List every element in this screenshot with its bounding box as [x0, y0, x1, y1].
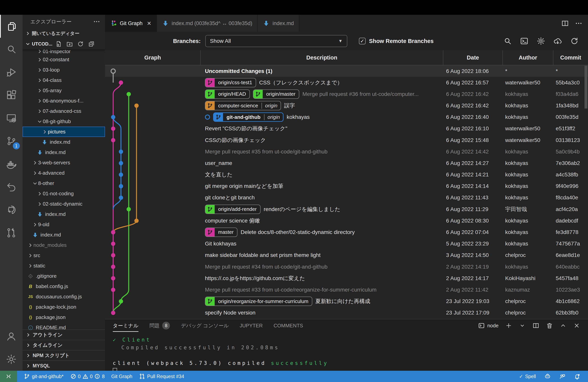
open-editors-section[interactable]: 開いているエディター [22, 28, 105, 39]
commit-row-17[interactable]: make sidebar foldable and set prism them… [105, 250, 588, 261]
split-editor-icon[interactable] [561, 20, 569, 27]
tree-item-05-array[interactable]: 05-array [22, 85, 105, 96]
commit-row-14[interactable]: computer science 俯瞰6 Aug 2022 08:30kokha… [105, 215, 588, 226]
activity-bar-item-source-control[interactable]: 1 [0, 129, 22, 152]
tree-item-01-inspector[interactable]: 01-inspector [22, 49, 105, 54]
activity-bar-item-undo[interactable] [0, 175, 22, 198]
close-icon[interactable]: ✕ [147, 20, 151, 27]
sidebar-panel-タイムライン[interactable]: タイムライン [22, 340, 105, 350]
commit-row-11[interactable]: git merge origin mainなどを加筆6 Aug 2022 14:… [105, 180, 588, 192]
more-actions-icon[interactable] [93, 18, 100, 25]
commit-row-12[interactable]: git cloneとgit branch6 Aug 2022 11:43kokh… [105, 192, 588, 203]
tree-item-index-md[interactable]: index.md [22, 230, 105, 240]
tree-item-3-web-servers[interactable]: 3-web-servers [22, 158, 105, 168]
commit-row-21[interactable]: origin/reorganize-for-summer-curriculum夏… [105, 296, 588, 307]
tree-item-08-git-github[interactable]: 08-git-github [22, 116, 105, 127]
spell-status-item[interactable]: ✓ Spell [519, 374, 536, 379]
cloud-download-icon[interactable] [553, 37, 562, 45]
collapse-all-icon[interactable] [88, 41, 95, 47]
scrollbar-thumb[interactable] [585, 66, 588, 108]
branch-badge[interactable]: git-and-githuborigin [213, 112, 284, 122]
notifications-status-item[interactable] [574, 373, 580, 380]
refresh-icon[interactable] [77, 41, 84, 47]
panel-tab--[interactable]: ターミナル [113, 319, 138, 332]
commit-row-7[interactable]: CSSの節の画像チェック6 Aug 2022 15:48waterwalker5… [105, 134, 588, 146]
tree-item-babel-config-js[interactable]: Bbabel.config.js [22, 281, 105, 292]
tree-item-01-not-coding[interactable]: 01-not-coding [22, 189, 105, 199]
tree-item-04-class[interactable]: 04-class [22, 75, 105, 85]
tree-item-02-static-dynamic[interactable]: 02-static-dynamic [22, 199, 105, 209]
feedback-status-item[interactable] [559, 373, 566, 380]
tree-item-pictures[interactable]: pictures [22, 127, 105, 137]
branches-dropdown[interactable]: Show All ▼ [205, 35, 347, 47]
branch-status-item[interactable]: git-and-github* [24, 373, 63, 380]
new-terminal-icon[interactable] [505, 322, 512, 329]
tab-git-graph[interactable]: Git Graph✕ [105, 15, 157, 32]
copilot-status-item[interactable] [545, 373, 551, 380]
split-terminal-icon[interactable] [532, 322, 539, 329]
tree-item-index-md[interactable]: index.md [22, 209, 105, 219]
activity-bar-item-run-debug[interactable] [0, 61, 22, 84]
commit-row-8[interactable]: Merge pull request #35 from ut-code/git-… [105, 146, 588, 157]
commit-row-20[interactable]: Merge pull request #33 from ut-code/reor… [105, 284, 588, 296]
sidebar-panel-MYSQL[interactable]: MYSQL [22, 361, 105, 371]
tree-item-package-lock-json[interactable]: {}package-lock.json [22, 302, 105, 312]
workspace-section-header[interactable]: UTCOD... [22, 39, 105, 49]
activity-bar-item-remote-explorer[interactable] [0, 106, 22, 129]
new-folder-icon[interactable] [66, 41, 73, 47]
commit-row-3[interactable]: origin/HEADorigin/masterMerge pull reque… [105, 88, 588, 100]
commit-row-18[interactable]: Merge pull request #34 from ut-code/git-… [105, 261, 588, 273]
tree-item-02-constant[interactable]: 02-constant [22, 54, 105, 65]
gear-icon[interactable] [537, 37, 545, 45]
commit-row-9[interactable]: user_name6 Aug 2022 14:27kokhayas7e306ab… [105, 157, 588, 169]
panel-tab-comments[interactable]: COMMENTS [273, 319, 303, 332]
tree-item-static[interactable]: static [22, 261, 105, 271]
tree-item-index-md[interactable]: index.md [22, 137, 105, 147]
problems-status-item[interactable]: 0 0 8 [70, 373, 105, 380]
activity-bar-item-search[interactable] [0, 38, 22, 61]
tree-item-03-loop[interactable]: 03-loop [22, 65, 105, 75]
search-icon[interactable] [503, 37, 512, 45]
commit-row-13[interactable]: origin/add-renderrenderのページを編集しました6 Aug … [105, 203, 588, 215]
panel-tab-jupyter[interactable]: JUPYTER [240, 319, 263, 332]
commit-row-22[interactable]: specify Node version23 Jul 2022 17:09che… [105, 307, 588, 318]
show-remote-branches-checkbox[interactable]: ✓ Show Remote Branches [359, 38, 434, 44]
tree-item-docusaurus-config-js[interactable]: JSdocusaurus.config.js [22, 292, 105, 302]
branch-badge[interactable]: origin/add-render [205, 205, 261, 214]
activity-bar-item-account[interactable] [0, 325, 22, 348]
tree-item-index-md[interactable]: index.md [22, 147, 105, 158]
commit-row-6[interactable]: Revert "CSSの節の画像チェック"6 Aug 2022 16:10wat… [105, 123, 588, 134]
commit-row-19[interactable]: https://.co.jpをhttps://github.comに変えた2 A… [105, 273, 588, 284]
close-panel-icon[interactable] [573, 322, 580, 329]
tree-item-package-json[interactable]: {}package.json [22, 312, 105, 322]
new-file-icon[interactable] [55, 41, 62, 47]
activity-bar-item-github[interactable] [0, 198, 22, 221]
activity-bar-item-explorer[interactable] [0, 15, 22, 38]
terminal-icon[interactable] [520, 37, 528, 45]
branch-badge[interactable]: origin/HEAD [205, 89, 250, 99]
tree-item-node-modules[interactable]: node_modules [22, 240, 105, 250]
maximize-panel-icon[interactable] [560, 322, 567, 329]
tree-item-9-old[interactable]: 9-old [22, 219, 105, 230]
terminal-shell-selector[interactable]: node [478, 322, 499, 329]
pull-request-status-item[interactable]: Pull Request #34 [139, 373, 184, 380]
activity-bar-item-pull-requests[interactable] [0, 221, 22, 244]
more-actions-icon[interactable] [575, 20, 583, 27]
commit-row-2[interactable]: origin/css-test1CSS（フレックスボックスまで）6 Aug 20… [105, 77, 588, 88]
tree-item-4-advanced[interactable]: 4-advanced [22, 168, 105, 178]
activity-bar-item-extensions[interactable] [0, 84, 22, 106]
commit-row-5[interactable]: git-and-githuboriginkokhayas6 Aug 2022 1… [105, 111, 588, 123]
commit-row-16[interactable]: Git kokhayas5 Aug 2022 23:29kokhayas7475… [105, 238, 588, 250]
tree-item--gitignore[interactable]: .gitignore [22, 271, 105, 281]
tab-index-md-003fe35d-003fe35d-[interactable]: index.md (003fe35d^ ↔ 003fe35d) [157, 15, 258, 32]
tree-item-8-other[interactable]: 8-other [22, 178, 105, 189]
activity-bar-item-docker[interactable] [0, 152, 22, 175]
tab-index-md[interactable]: index.md [258, 15, 299, 32]
tree-item-06-anonymous-f-[interactable]: 06-anonymous-f... [22, 96, 105, 106]
branch-badge[interactable]: origin/reorganize-for-summer-curriculum [205, 297, 312, 306]
chevron-down-icon[interactable] [519, 322, 526, 329]
sidebar-panel-NPM スクリプト[interactable]: NPM スクリプト [22, 350, 105, 361]
branch-badge[interactable]: origin/css-test1 [205, 78, 256, 87]
branch-badge[interactable]: master [205, 228, 237, 237]
tree-item-07-advanced-css[interactable]: 07-advanced-css [22, 106, 105, 116]
